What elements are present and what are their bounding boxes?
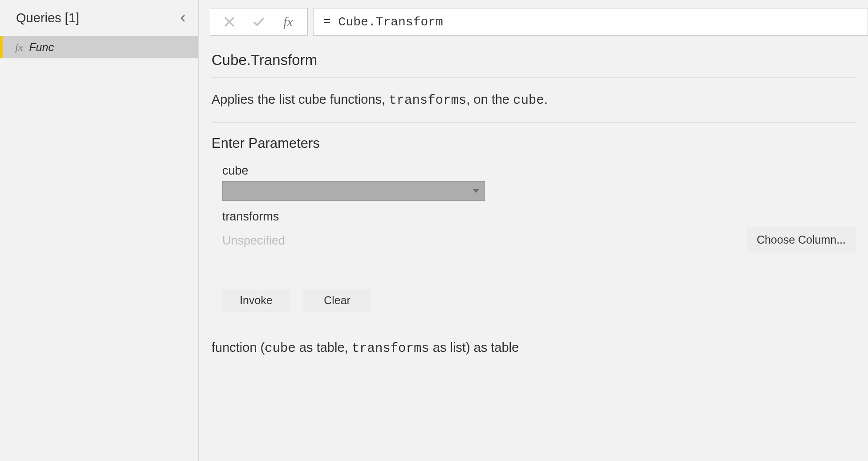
parameters-header: Enter Parameters [212,135,856,151]
sig-part: as list) as table [429,340,519,355]
action-buttons: Invoke Clear [222,253,856,312]
sig-transforms: transforms [352,341,429,356]
param-label-transforms: transforms [222,210,856,224]
sidebar-header: Queries [1] [0,0,198,36]
quemarshmallows: Queries [1] [16,11,79,25]
function-title: Cube.Transform [212,36,856,78]
invoke-button[interactable]: Invoke [222,289,290,312]
desc-code-cube: cube [513,93,544,108]
clear-button[interactable]: Clear [303,289,371,312]
sig-part: as table, [296,340,352,355]
param-label-cube: cube [222,164,856,178]
query-item-func[interactable]: fx Func [0,36,198,58]
desc-code-transforms: transforms [389,93,466,108]
main-panel: fx Cube.Transform Applies the list cube … [199,0,868,461]
param-value-transforms: Unspecified [222,234,285,248]
function-signature: function (cube as table, transforms as l… [212,325,856,371]
formula-input[interactable] [313,8,868,36]
param-select-cube[interactable] [222,181,485,201]
cancel-formula-button[interactable] [215,8,244,35]
sig-cube: cube [265,341,296,356]
desc-pre: Applies the list cube functions, [212,92,389,106]
check-icon [252,15,265,29]
queries-sidebar: Queries [1] fx Func [0,0,199,461]
fx-formula-button[interactable]: fx [273,8,303,35]
commit-formula-button[interactable] [244,8,273,35]
parameters-block: cube transforms Unspecified Choose Colum… [212,164,856,312]
desc-post: . [544,92,548,106]
formula-bar-buttons: fx [210,8,308,36]
function-description-section: Applies the list cube functions, transfo… [212,78,856,123]
x-icon [223,15,236,29]
queries-title: Queries [1] [16,11,79,25]
parameters-section: Enter Parameters cube transforms Unspeci… [212,123,856,325]
collapse-sidebar-button[interactable] [179,14,187,23]
fx-icon: fx [283,14,293,29]
query-item-label: Func [29,41,54,54]
app-root: Queries [1] fx Func [0,0,868,461]
param-row-transforms: Unspecified Choose Column... [222,227,856,253]
function-description: Applies the list cube functions, transfo… [212,90,856,110]
content-area: Cube.Transform Applies the list cube fun… [199,36,868,371]
choose-column-button[interactable]: Choose Column... [747,227,856,253]
desc-mid: , on the [466,92,513,106]
sig-part: function ( [212,340,265,355]
caret-down-icon [473,189,479,193]
fx-icon: fx [15,41,23,53]
formula-bar: fx [199,8,868,36]
chevron-left-icon [179,12,187,24]
